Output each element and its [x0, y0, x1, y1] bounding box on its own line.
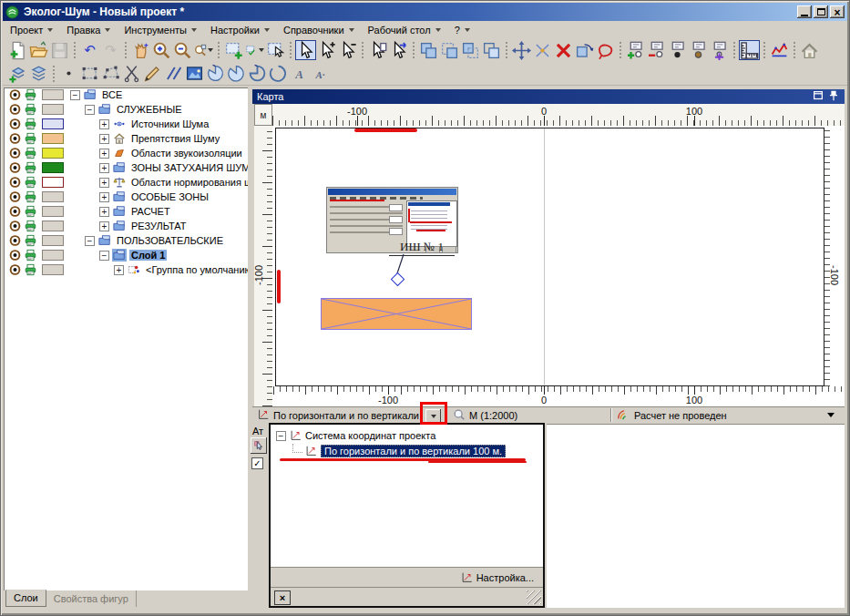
attribute-checkbox[interactable]: ✓: [251, 457, 263, 469]
layer-row[interactable]: +Препятствия Шуму: [4, 131, 248, 146]
zoom-scale-button[interactable]: [193, 40, 214, 60]
layer-color-swatch[interactable]: [42, 235, 64, 246]
visibility-eye-icon[interactable]: [8, 103, 22, 116]
polygon-free-button[interactable]: [100, 64, 121, 84]
print-icon[interactable]: [24, 161, 37, 174]
layer-label[interactable]: ПОЛЬЗОВАТЕЛЬСКИЕ: [115, 235, 225, 246]
save-button[interactable]: [49, 40, 70, 60]
print-icon[interactable]: [24, 88, 37, 101]
visibility-eye-icon[interactable]: [8, 161, 22, 174]
open-project-button[interactable]: [28, 40, 49, 60]
node-cross-button[interactable]: [709, 40, 730, 60]
visibility-eye-icon[interactable]: [8, 190, 22, 203]
menu-item-help[interactable]: ?: [447, 23, 476, 37]
cut-lines-button[interactable]: [121, 64, 142, 84]
layer-label[interactable]: РЕЗУЛЬТАТ: [129, 221, 188, 231]
calc-status-value[interactable]: Расчет не проведен: [634, 410, 727, 421]
arc-open-button[interactable]: [268, 64, 289, 84]
cursor-copy-button[interactable]: [367, 40, 388, 60]
layer-row[interactable]: +Источники Шума: [4, 117, 248, 131]
layer-add-button[interactable]: [7, 64, 28, 84]
float-button[interactable]: [812, 91, 824, 102]
layer-row[interactable]: +РАСЧЕТ: [4, 204, 248, 219]
coord-system-value[interactable]: По горизонтали и по вертикали 1: [273, 410, 422, 421]
tree-expander-minus[interactable]: −: [276, 431, 286, 441]
tree-expander-minus[interactable]: −: [85, 105, 95, 115]
cursor-button[interactable]: [295, 40, 316, 60]
shape-intersect-button[interactable]: [460, 40, 481, 60]
visibility-eye-icon[interactable]: [8, 220, 22, 232]
print-icon[interactable]: [24, 205, 37, 218]
delete-shape-button[interactable]: [553, 40, 574, 60]
tree-expander-minus[interactable]: −: [99, 251, 109, 261]
layer-color-swatch[interactable]: [42, 264, 64, 275]
calc-status-dropdown-arrow[interactable]: [827, 413, 835, 417]
attribute-select-button[interactable]: [251, 437, 267, 454]
layer-color-swatch[interactable]: [42, 148, 64, 159]
profile-button[interactable]: [769, 40, 790, 60]
tree-expander-plus[interactable]: +: [99, 192, 109, 202]
zoom-in-button[interactable]: [151, 40, 172, 60]
undo-button[interactable]: ↶: [79, 40, 100, 60]
tree-expander-plus[interactable]: +: [99, 149, 109, 159]
tree-expander-plus[interactable]: +: [114, 265, 124, 275]
new-project-button[interactable]: [7, 40, 28, 60]
node-point-button[interactable]: [667, 40, 688, 60]
select-area-add-button[interactable]: [223, 40, 244, 60]
layer-label[interactable]: Области нормирования шума: [129, 177, 248, 188]
coord-tree-child-row[interactable]: По горизонтали и по вертикали 100 м.: [292, 445, 506, 457]
image-button[interactable]: [184, 64, 205, 84]
layer-label[interactable]: СЛУЖЕБНЫЕ: [115, 104, 184, 115]
lasso-button[interactable]: [595, 40, 616, 60]
visibility-eye-icon[interactable]: [8, 132, 22, 145]
text-button[interactable]: A: [289, 64, 310, 84]
layer-color-swatch[interactable]: [42, 177, 64, 188]
node-remove-button[interactable]: [646, 40, 667, 60]
print-icon[interactable]: [24, 234, 37, 247]
layer-color-swatch[interactable]: [42, 118, 64, 129]
node-add-button[interactable]: [625, 40, 646, 60]
tree-expander-plus[interactable]: +: [99, 134, 109, 144]
popup-close-button[interactable]: ×: [274, 590, 291, 605]
tree-expander-plus[interactable]: +: [99, 119, 109, 129]
maximize-button[interactable]: [814, 5, 828, 18]
minimize-button[interactable]: [797, 5, 812, 18]
shape-subtract-button[interactable]: [439, 40, 460, 60]
tree-expander-minus[interactable]: −: [85, 236, 95, 246]
node-fill-button[interactable]: [688, 40, 709, 60]
coord-tree-root-label[interactable]: Система координат проекта: [305, 430, 435, 441]
layer-label[interactable]: ВСЕ: [100, 89, 124, 100]
tree-expander-minus[interactable]: −: [70, 90, 80, 100]
menu-item-settings[interactable]: Настройки: [203, 23, 276, 37]
pencil-button[interactable]: [142, 64, 163, 84]
layer-row[interactable]: +Области нормирования шума: [4, 175, 248, 190]
layer-row[interactable]: −Слой 1: [4, 248, 248, 262]
visibility-eye-icon[interactable]: [8, 88, 22, 101]
menu-item-project[interactable]: Проект: [3, 23, 59, 37]
layer-row[interactable]: −ВСЕ: [4, 87, 248, 102]
layer-row[interactable]: −ПОЛЬЗОВАТЕЛЬСКИЕ: [4, 233, 248, 248]
menu-item-edit[interactable]: Правка: [59, 23, 117, 37]
layer-label[interactable]: ОСОБЫЕ ЗОНЫ: [129, 191, 210, 202]
layer-row[interactable]: +<Группа по умолчанию>: [4, 262, 248, 277]
tab-layers[interactable]: Слои: [5, 590, 46, 607]
layer-row[interactable]: +Области звукоизоляции: [4, 146, 248, 160]
visibility-eye-icon[interactable]: [8, 205, 22, 218]
visibility-eye-icon[interactable]: [8, 147, 22, 159]
point-size-button[interactable]: [58, 64, 79, 84]
map-scale-value[interactable]: М (1:2000): [469, 410, 517, 421]
visibility-eye-icon[interactable]: [8, 118, 22, 130]
layer-color-swatch[interactable]: [42, 133, 64, 144]
polygon-rect-button[interactable]: [79, 64, 100, 84]
zoom-out-button[interactable]: [172, 40, 193, 60]
text-props-button[interactable]: A·: [310, 64, 331, 84]
layer-label[interactable]: Препятствия Шуму: [129, 133, 221, 144]
print-icon[interactable]: [24, 118, 37, 130]
print-icon[interactable]: [24, 249, 37, 262]
layer-color-swatch[interactable]: [42, 104, 64, 115]
layer-row[interactable]: +ОСОБЫЕ ЗОНЫ: [4, 190, 248, 204]
cursor-add-button[interactable]: [316, 40, 337, 60]
layer-row[interactable]: −СЛУЖЕБНЫЕ: [4, 102, 248, 117]
select-mode-button[interactable]: [244, 40, 265, 60]
tree-expander-plus[interactable]: +: [99, 221, 109, 231]
